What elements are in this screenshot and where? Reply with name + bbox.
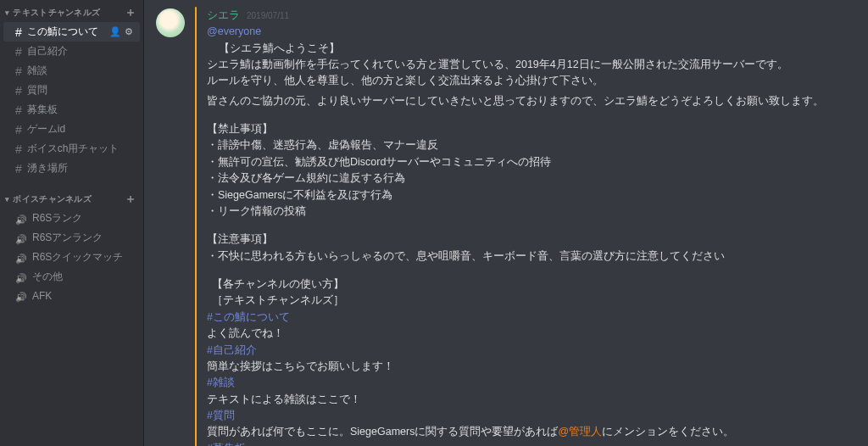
add-channel-icon[interactable]: ＋	[125, 5, 136, 20]
hash-icon: #	[15, 64, 22, 78]
channel-label: 雑談	[27, 64, 47, 78]
channel-link[interactable]: #質問	[207, 410, 235, 421]
channel-sidebar: ▾ テキストチャンネルズ ＋ # この鯖について 👤 ⚙ # 自己紹介 # 雑談…	[0, 0, 144, 446]
channel-desc: 簡単な挨拶はこちらでお願いします！	[207, 359, 854, 375]
mention-role[interactable]: @管理人	[558, 426, 602, 438]
channel-label: ゲームid	[27, 122, 65, 137]
speaker-icon	[15, 270, 27, 284]
category-voice-label: ボイスチャンネルズ	[13, 193, 92, 205]
speaker-icon	[15, 289, 27, 303]
voice-channel-r6s-quick[interactable]: R6Sクイックマッチ	[3, 248, 140, 267]
hash-icon: #	[15, 103, 22, 117]
channel-link[interactable]: #雑談	[207, 376, 235, 388]
channel-label: この鯖について	[27, 25, 98, 39]
message-timestamp: 2019/07/11	[247, 9, 289, 23]
text-channel-gameid[interactable]: # ゲームid	[3, 120, 140, 139]
welcome-title: 【シエラ鯖へようこそ】	[207, 41, 854, 57]
welcome-line: 皆さんのご協力の元、より良いサーバーにしていきたいと思っておりますので、シエラ鯖…	[207, 93, 854, 109]
author-name[interactable]: シエラ	[207, 7, 240, 24]
channel-label: その他	[32, 270, 63, 284]
text-channel-zatsudan[interactable]: # 雑談	[3, 61, 140, 81]
text-channel-shitsumon[interactable]: # 質問	[3, 81, 140, 100]
ban-item: ・法令及び各ゲーム規約に違反する行為	[207, 170, 854, 187]
usage-subtitle: ［テキストチャンネルズ］	[207, 293, 854, 309]
speaker-icon	[15, 212, 27, 226]
avatar[interactable]	[156, 8, 185, 37]
hash-icon: #	[15, 25, 22, 39]
channel-label: 湧き場所	[27, 161, 68, 176]
channel-label: 募集板	[27, 103, 58, 117]
chevron-down-icon: ▾	[5, 8, 9, 17]
voice-channel-sonota[interactable]: その他	[3, 267, 140, 287]
ban-item: ・誹謗中傷、迷惑行為、虚偽報告、マナー違反	[207, 137, 854, 153]
speaker-icon	[15, 251, 27, 265]
mention-everyone[interactable]: @everyone	[207, 25, 261, 37]
voice-channel-r6s-unrank[interactable]: R6Sアンランク	[3, 228, 140, 248]
channel-label: AFK	[32, 290, 52, 302]
message: シエラ 2019/07/11 @everyone 【シエラ鯖へようこそ】 シエラ…	[156, 7, 854, 446]
speaker-icon	[15, 231, 27, 245]
add-channel-icon[interactable]: ＋	[125, 192, 136, 207]
channel-link[interactable]: #募集板	[207, 443, 246, 446]
message-accent-border	[195, 7, 197, 446]
channel-desc: 質問があれば何でもここに。SiegeGamersに関する質問や要望があれば@管理…	[207, 424, 854, 440]
welcome-line: シエラ鯖は動画制作を手伝ってくれている方と運営している、2019年4月12日に一…	[207, 57, 854, 73]
ban-item: ・リーク情報の投稿	[207, 203, 854, 220]
usage-title: 【各チャンネルの使い方】	[207, 276, 854, 293]
category-text-header[interactable]: ▾ テキストチャンネルズ ＋	[0, 0, 143, 22]
hash-icon: #	[15, 142, 22, 156]
hash-icon: #	[15, 84, 22, 98]
channel-link[interactable]: #自己紹介	[207, 344, 257, 356]
message-area: シエラ 2019/07/11 @everyone 【シエラ鯖へようこそ】 シエラ…	[144, 0, 868, 446]
channel-label: R6Sランク	[32, 211, 82, 226]
hash-icon: #	[15, 123, 22, 137]
invite-icon[interactable]: 👤	[109, 26, 121, 37]
ban-item: ・SiegeGamersに不利益を及ぼす行為	[207, 187, 854, 203]
welcome-line: ルールを守り、他人を尊重し、他の方と楽しく交流出来るよう心掛けて下さい。	[207, 73, 854, 89]
chevron-down-icon: ▾	[5, 195, 9, 203]
voice-channel-r6s-rank[interactable]: R6Sランク	[3, 209, 140, 228]
channel-label: 質問	[27, 83, 47, 98]
ban-item: ・無許可の宣伝、勧誘及び他Discordサーバーやコミュニティへの招待	[207, 154, 854, 170]
channel-label: R6Sアンランク	[32, 231, 103, 245]
category-voice-header[interactable]: ▾ ボイスチャンネルズ ＋	[0, 187, 143, 209]
hash-icon: #	[15, 162, 22, 176]
note-title: 【注意事項】	[207, 231, 854, 248]
channel-label: ボイスch用チャット	[27, 142, 120, 156]
voice-channel-afk[interactable]: AFK	[3, 287, 140, 305]
channel-desc: テキストによる雑談はここで！	[207, 392, 854, 408]
channel-label: R6Sクイックマッチ	[32, 250, 123, 265]
text-channel-voicechat-text[interactable]: # ボイスch用チャット	[3, 139, 140, 159]
category-text-label: テキストチャンネルズ	[13, 7, 100, 19]
channel-label: 自己紹介	[27, 44, 68, 59]
gear-icon[interactable]: ⚙	[125, 26, 133, 37]
channel-link[interactable]: #この鯖について	[207, 311, 290, 323]
note-item: ・不快に思われる方もいらっしゃるので、息や咀嚼音、キーボード音、言葉の選び方に注…	[207, 248, 854, 265]
text-channel-boshuuban[interactable]: # 募集板	[3, 100, 140, 120]
text-channel-konosaba[interactable]: # この鯖について 👤 ⚙	[3, 22, 140, 42]
hash-icon: #	[15, 45, 22, 59]
ban-title: 【禁止事項】	[207, 121, 854, 137]
channel-desc: よく読んでね！	[207, 326, 854, 342]
text-channel-wakibasho[interactable]: # 湧き場所	[3, 159, 140, 178]
text-channel-jikoshoukai[interactable]: # 自己紹介	[3, 42, 140, 61]
